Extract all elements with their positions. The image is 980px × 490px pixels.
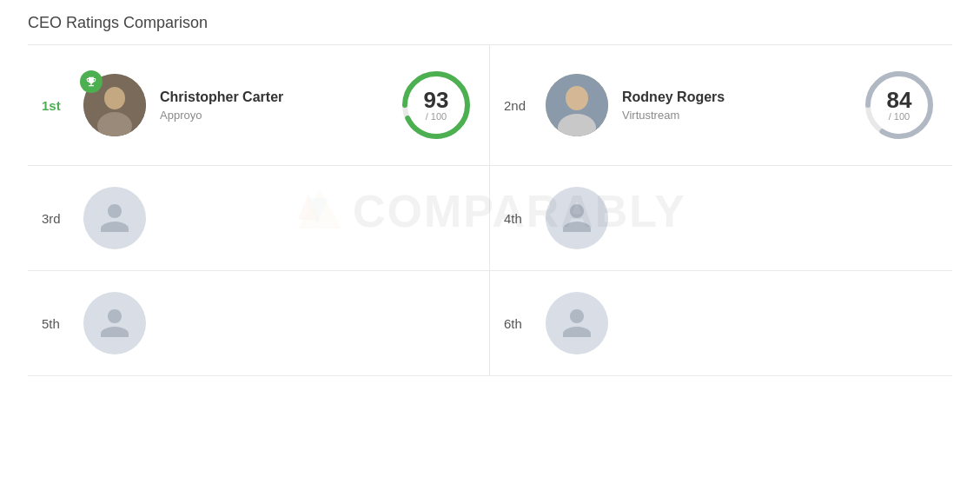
page-title: CEO Ratings Comparison [28,14,952,45]
rank-label: 5th [42,316,70,331]
avatar-wrapper [546,187,608,249]
score-denom: / 100 [424,111,449,122]
score-number: 84 [887,89,912,111]
ceo-company: Approyo [160,109,383,122]
score-circle: 93 / 100 [397,66,475,144]
rankings-grid: 1st Christopher CarterApproyo 93 / 100 2… [28,45,952,376]
avatar-placeholder [546,187,608,249]
ceo-name: Rodney Rogers [622,89,846,105]
svg-point-12 [566,87,587,108]
score-circle: 84 / 100 [860,66,938,144]
rank-label: 2nd [504,98,532,113]
score-number: 93 [424,89,449,111]
avatar-placeholder [546,292,608,354]
svg-point-6 [105,89,124,108]
ceo-info: Christopher CarterApproyo [160,89,383,122]
rank-row: 4th [490,166,952,271]
rank-row: 1st Christopher CarterApproyo 93 / 100 [28,45,490,166]
rank-row: 2nd Rodney RogersVirtustream 84 / 100 [490,45,952,166]
avatar-placeholder [83,187,146,249]
avatar-placeholder [83,292,146,354]
rank-label: 3rd [42,211,70,226]
ceo-company: Virtustream [622,109,846,122]
avatar-wrapper [546,74,608,136]
rank-row: 5th [28,271,490,376]
trophy-badge [80,70,103,93]
rank-label: 4th [504,211,532,226]
avatar-wrapper [83,292,146,354]
ceo-info: Rodney RogersVirtustream [622,89,846,122]
avatar-wrapper [83,74,146,136]
avatar-wrapper [546,292,608,354]
score-denom: / 100 [887,111,912,122]
rankings-wrapper: COMPARABLY 1st Christopher CarterApproyo… [28,45,952,376]
ceo-name: Christopher Carter [160,89,383,105]
rank-label: 1st [42,98,70,113]
page-container: CEO Ratings Comparison COMPARABLY 1st Ch… [0,0,980,390]
rank-row: 3rd [28,166,490,271]
rank-row: 6th [490,271,952,376]
rank-label: 6th [504,316,532,331]
avatar-wrapper [83,187,146,249]
avatar [546,74,608,136]
